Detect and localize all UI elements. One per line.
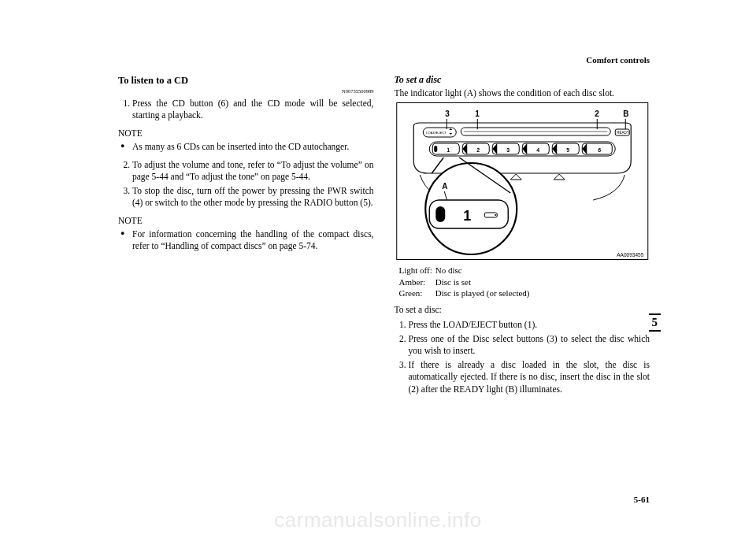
right-subline: The indicator light (A) shows the condit…: [395, 87, 650, 99]
right-column: To set a disc The indicator light (A) sh…: [395, 74, 650, 502]
table-row: Light off:No disc: [399, 265, 533, 276]
left-heading: To listen to a CD: [118, 74, 374, 87]
list-item: For information concerning the handling …: [132, 228, 374, 252]
list-item: Press the CD button (6) and the CD mode …: [132, 98, 374, 121]
left-column: To listen to a CD N00735500989 Press the…: [118, 74, 374, 502]
page-number: 5-61: [634, 495, 650, 504]
left-steps-2: To adjust the volume and tone, refer to …: [118, 159, 374, 210]
section-tab: 5: [649, 313, 662, 332]
figure-svg: 3 1 2 B LOAD/EJECT: [395, 102, 650, 260]
load-eject-label: LOAD/EJECT: [426, 131, 447, 135]
svg-point-30: [495, 214, 496, 216]
note2-list: For information concerning the handling …: [118, 228, 374, 252]
inset-slot-number: 1: [463, 208, 471, 224]
inset-label-a: A: [442, 182, 447, 191]
right-heading: To set a disc: [395, 74, 650, 87]
svg-rect-11: [434, 146, 437, 152]
note1-list: As many as 6 CDs can be inserted into th…: [118, 141, 374, 153]
callout-b: B: [623, 109, 628, 118]
list-item: If there is already a disc loaded in the…: [409, 359, 650, 395]
table-row: Amber:Disc is set: [399, 276, 533, 288]
columns: To listen to a CD N00735500989 Press the…: [118, 74, 650, 502]
list-item: To stop the disc, turn off the power by …: [132, 185, 374, 209]
note-heading: NOTE: [118, 128, 374, 139]
table-row: Green:Disc is played (or selected): [399, 287, 533, 299]
watermark: carmanualsonline.info: [0, 508, 756, 532]
svg-text:3: 3: [506, 147, 510, 153]
svg-text:4: 4: [536, 147, 539, 153]
svg-rect-28: [435, 206, 445, 222]
callout-2: 2: [595, 109, 599, 118]
svg-text:6: 6: [598, 147, 601, 153]
list-item: As many as 6 CDs can be inserted into th…: [132, 141, 374, 153]
right-lead: To set a disc:: [395, 304, 650, 316]
figure-code: AA0093455: [617, 252, 643, 258]
ready-label: READY: [617, 131, 629, 135]
left-steps-1: Press the CD button (6) and the CD mode …: [118, 98, 374, 121]
list-item: Press one of the Disc select buttons (3)…: [409, 333, 650, 357]
callout-3: 3: [445, 109, 450, 118]
note-heading: NOTE: [118, 215, 374, 227]
running-header: Comfort controls: [586, 55, 650, 65]
callout-1: 1: [475, 109, 480, 118]
legend-table: Light off:No disc Amber:Disc is set Gree…: [399, 265, 533, 299]
list-item: Press the LOAD/EJECT button (1).: [409, 319, 650, 331]
doc-code: N00735500989: [118, 88, 374, 95]
svg-text:2: 2: [476, 147, 480, 153]
page: Comfort controls To listen to a CD N0073…: [118, 55, 650, 502]
right-steps: Press the LOAD/EJECT button (1). Press o…: [395, 319, 650, 395]
figure-disc-slot: 3 1 2 B LOAD/EJECT: [395, 102, 650, 260]
list-item: To adjust the volume and tone, refer to …: [132, 159, 374, 183]
svg-text:5: 5: [566, 147, 569, 153]
svg-text:1: 1: [447, 147, 450, 153]
